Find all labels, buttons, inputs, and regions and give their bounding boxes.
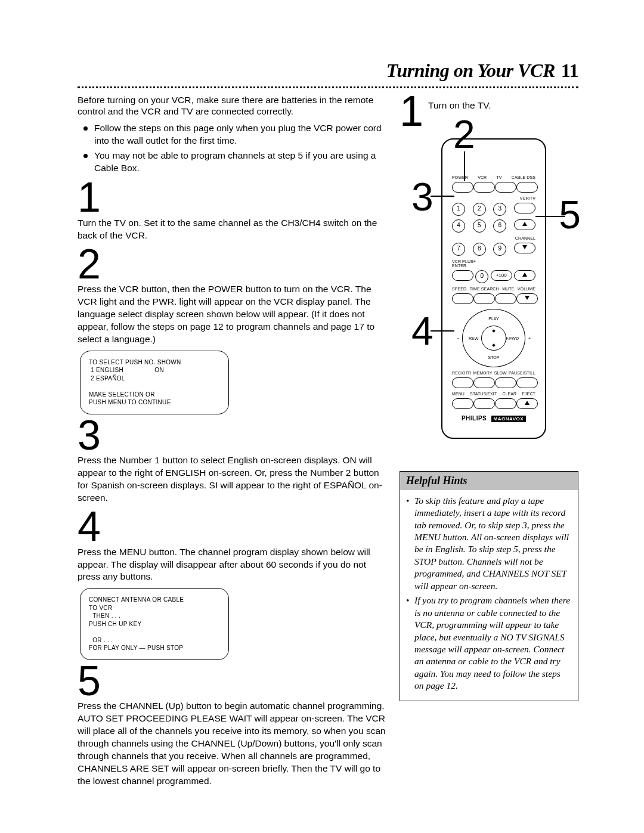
helpful-hints-list: To skip this feature and play a tape imm… xyxy=(406,495,572,692)
page-number: 11 xyxy=(561,60,578,82)
num-4-button[interactable]: 4 xyxy=(452,219,465,233)
volume-down-button[interactable] xyxy=(516,293,538,304)
play-label[interactable]: PLAY xyxy=(488,317,499,321)
ffwd-label[interactable]: F.FWD xyxy=(506,336,519,340)
intro-bullets: Follow the steps on this page only when … xyxy=(78,122,389,175)
mute-button[interactable] xyxy=(495,293,516,304)
slow-button[interactable] xyxy=(495,377,516,388)
clear-button[interactable] xyxy=(495,398,516,409)
right-step-1: 1 Turn on the TV. xyxy=(400,94,578,129)
rew-label[interactable]: REW xyxy=(469,336,478,340)
helpful-hints-box: Helpful Hints To skip this feature and p… xyxy=(400,471,578,701)
vcrplus-enter-button[interactable] xyxy=(452,270,473,281)
step-2: 2 Press the VCR button, then the POWER b… xyxy=(78,247,389,414)
btn-label-memory: MEMORY xyxy=(473,371,492,375)
osd-channel-program: CONNECT ANTENNA OR CABLE TO VCR THEN . .… xyxy=(80,588,229,660)
chevron-up-icon xyxy=(522,222,527,226)
btn-label-cable-dss: CABLE DSS xyxy=(512,175,535,179)
page-title: Turning on Your VCR xyxy=(386,60,555,82)
channel-up-button[interactable] xyxy=(514,219,535,230)
step-text: Press the CHANNEL (Up) button to begin a… xyxy=(78,700,389,787)
btn-label-recotr: REC/OTR xyxy=(452,371,471,375)
btn-label-slow: SLOW xyxy=(494,371,507,375)
step-number: 1 xyxy=(78,180,389,216)
btn-label-vcrtv: VCR/TV xyxy=(520,196,535,200)
manual-page: Turning on Your VCR 11 Before turning on… xyxy=(0,0,644,833)
remote-button-row: 1 2 3 xyxy=(452,203,535,216)
minus-icon: − xyxy=(457,336,459,340)
power-button[interactable] xyxy=(452,182,473,193)
cable-dss-button[interactable] xyxy=(516,182,538,193)
tv-button[interactable] xyxy=(495,182,516,193)
remote-label-row: POWER VCR TV CABLE DSS xyxy=(452,175,535,179)
brand-philips: PHILIPS xyxy=(462,415,487,422)
step-number: 5 xyxy=(78,664,389,699)
intro-paragraph: Before turning on your VCR, make sure th… xyxy=(78,94,389,117)
channel-down-button[interactable] xyxy=(514,243,535,253)
pause-still-button[interactable] xyxy=(516,377,538,388)
num-2-button[interactable]: 2 xyxy=(473,203,486,216)
num-6-button[interactable]: 6 xyxy=(493,219,506,233)
callout-1: 1 xyxy=(400,94,422,129)
brand-row: PHILIPS MAGNAVOX xyxy=(452,415,535,422)
num-3-button[interactable]: 3 xyxy=(493,203,506,216)
eject-button[interactable] xyxy=(516,398,538,409)
num-5-button[interactable]: 5 xyxy=(473,219,486,233)
chevron-up-icon xyxy=(525,401,530,405)
volume-up-button[interactable] xyxy=(514,270,535,281)
remote-body: POWER VCR TV CABLE DSS VCR/TV xyxy=(441,138,546,439)
remote-label-row: MENU STATUS/EXIT CLEAR EJECT xyxy=(452,392,535,396)
btn-label-channel: CHANNEL xyxy=(515,236,535,240)
btn-label-menu: MENU xyxy=(452,392,465,396)
callout-4: 4 xyxy=(411,308,432,354)
remote-button-row: 4 5 6 xyxy=(452,219,535,233)
menu-button[interactable] xyxy=(452,398,473,409)
step-text: Press the VCR button, then the POWER but… xyxy=(78,283,389,346)
step-1: 1 Turn the TV on. Set it to the same cha… xyxy=(78,180,389,241)
remote-inner: POWER VCR TV CABLE DSS VCR/TV xyxy=(452,175,535,422)
step-text: Press the MENU button. The channel progr… xyxy=(78,546,389,584)
remote-label-row: REC/OTR MEMORY SLOW PAUSE/STILL xyxy=(452,371,535,375)
num-9-button[interactable]: 9 xyxy=(493,243,506,256)
btn-label-pausestill: PAUSE/STILL xyxy=(509,371,535,375)
hint-item: If you try to program channels when ther… xyxy=(406,594,572,692)
btn-label-speed: SPEED xyxy=(452,287,466,291)
nav-center-button[interactable] xyxy=(481,326,506,351)
num-0-button[interactable]: 0 xyxy=(475,270,488,283)
btn-label-volume: VOLUME xyxy=(518,287,535,291)
remote-label-row: SPEED TIME SEARCH MUTE VOLUME xyxy=(452,287,535,291)
rec-otr-button[interactable] xyxy=(452,377,473,388)
step-number: 2 xyxy=(78,247,389,283)
remote-button-row xyxy=(452,293,535,304)
remote-button-row: 7 8 9 xyxy=(452,243,535,256)
remote-button-row xyxy=(452,182,535,193)
stop-label[interactable]: STOP xyxy=(488,355,500,360)
remote-label-row: VCR PLUS+ ENTER xyxy=(452,259,535,268)
status-exit-button[interactable] xyxy=(473,398,495,409)
osd-language-select: TO SELECT PUSH NO. SHOWN 1 ENGLISH ON 2 … xyxy=(80,351,229,414)
dotted-rule xyxy=(78,86,578,88)
plus-icon: + xyxy=(528,336,531,340)
step-4: 4 Press the MENU button. The channel pro… xyxy=(78,509,389,660)
num-1-button[interactable]: 1 xyxy=(452,203,465,216)
btn-label-mute: MUTE xyxy=(502,287,514,291)
memory-button[interactable] xyxy=(473,377,495,388)
two-columns: Before turning on your VCR, make sure th… xyxy=(78,94,578,792)
chevron-down-icon xyxy=(522,245,527,249)
btn-label-tv: TV xyxy=(496,175,501,179)
step-number: 4 xyxy=(78,509,389,545)
remote-button-row xyxy=(452,398,535,409)
vcr-button[interactable] xyxy=(473,182,495,193)
vcr-tv-button[interactable] xyxy=(514,203,535,213)
btn-label-power: POWER xyxy=(452,175,468,179)
plus-100-button[interactable]: +100 xyxy=(491,270,512,281)
time-search-button[interactable] xyxy=(473,293,495,304)
remote-diagram: 2 3 5 4 POWER VCR TV CABLE DSS xyxy=(400,132,578,460)
helpful-hints-title: Helpful Hints xyxy=(400,472,578,490)
right-step-1-text: Turn on the TV. xyxy=(428,100,491,111)
num-8-button[interactable]: 8 xyxy=(473,243,486,256)
speed-button[interactable] xyxy=(452,293,473,304)
num-7-button[interactable]: 7 xyxy=(452,243,465,256)
btn-label-timesearch: TIME SEARCH xyxy=(470,287,499,291)
hint-item: To skip this feature and play a tape imm… xyxy=(406,495,572,593)
